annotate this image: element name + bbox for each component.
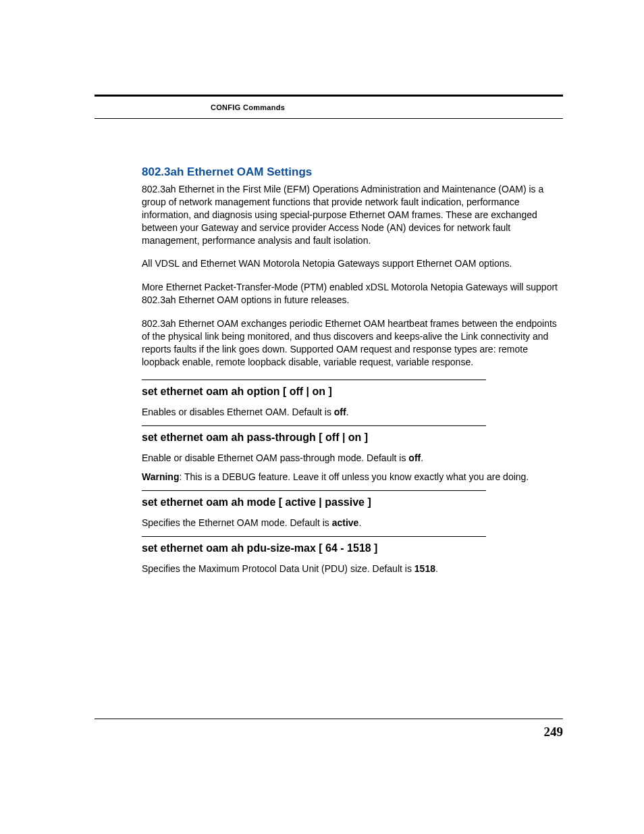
- header-rule-top: [95, 95, 563, 97]
- desc-text: .: [358, 517, 361, 528]
- default-value: active: [332, 517, 359, 528]
- divider: [142, 490, 486, 491]
- divider: [142, 425, 486, 426]
- divider: [142, 536, 486, 537]
- desc-text: Specifies the Maximum Protocol Data Unit…: [142, 563, 414, 574]
- default-value: off: [334, 407, 346, 417]
- desc-text: Enable or disable Ethernet OAM pass-thro…: [142, 452, 408, 463]
- default-value: off: [408, 452, 421, 463]
- content-area: 802.3ah Ethernet OAM Settings 802.3ah Et…: [142, 165, 563, 582]
- intro-paragraph: 802.3ah Ethernet in the First Mile (EFM)…: [142, 183, 563, 246]
- header-rule-bottom: [95, 118, 563, 119]
- page: CONFIG Commands 802.3ah Ethernet OAM Set…: [0, 0, 644, 834]
- desc-text: .: [435, 563, 438, 574]
- command-description: Specifies the Maximum Protocol Data Unit…: [142, 563, 563, 575]
- command-description: Enables or disables Ethernet OAM. Defaul…: [142, 406, 563, 419]
- intro-paragraph: All VDSL and Ethernet WAN Motorola Netop…: [142, 257, 563, 270]
- page-number: 249: [544, 725, 564, 739]
- section-title: 802.3ah Ethernet OAM Settings: [142, 165, 563, 179]
- desc-text: Specifies the Ethernet OAM mode. Default…: [142, 517, 332, 528]
- intro-paragraph: 802.3ah Ethernet OAM exchanges periodic …: [142, 317, 563, 369]
- command-title: set ethernet oam ah option [ off | on ]: [142, 386, 563, 398]
- footer-rule: [95, 719, 563, 719]
- command-title: set ethernet oam ah mode [ active | pass…: [142, 496, 563, 509]
- warning-label: Warning: [142, 471, 179, 482]
- warning-note: Warning: This is a DEBUG feature. Leave …: [142, 471, 563, 484]
- header-label: CONFIG Commands: [211, 103, 563, 111]
- default-value: 1518: [414, 563, 435, 574]
- desc-text: Enables or disables Ethernet OAM. Defaul…: [142, 407, 334, 417]
- command-description: Specifies the Ethernet OAM mode. Default…: [142, 517, 563, 529]
- desc-text: .: [346, 407, 349, 417]
- command-title: set ethernet oam ah pdu-size-max [ 64 - …: [142, 542, 563, 554]
- command-description: Enable or disable Ethernet OAM pass-thro…: [142, 452, 563, 465]
- intro-paragraph: More Ethernet Packet-Transfer-Mode (PTM)…: [142, 281, 563, 307]
- warning-text: : This is a DEBUG feature. Leave it off …: [179, 471, 529, 482]
- command-title: set ethernet oam ah pass-through [ off |…: [142, 432, 563, 444]
- desc-text: .: [421, 452, 423, 463]
- divider: [142, 380, 486, 380]
- page-header: CONFIG Commands: [95, 95, 563, 119]
